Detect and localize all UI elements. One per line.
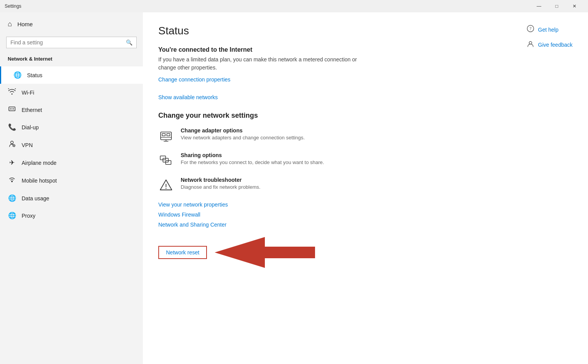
help-panel: ? Get help Give feedback [527,25,573,49]
content-area: ? Get help Give feedback Status You're c… [143,12,588,364]
search-box: 🔍 [6,37,137,48]
sidebar-item-label-hotspot: Mobile hotspot [22,178,57,184]
connection-status: You're connected to the Internet If you … [158,46,573,83]
maximize-button[interactable]: □ [548,0,566,12]
adapter-desc: View network adapters and change connect… [181,135,305,141]
connection-heading: You're connected to the Internet [158,46,573,53]
sidebar-item-proxy[interactable]: 🌐 Proxy [0,207,143,224]
show-networks-link[interactable]: Show available networks [158,94,218,100]
window-controls: — □ ✕ [530,0,583,12]
view-properties-link[interactable]: View your network properties [158,201,573,208]
settings-item-sharing[interactable]: Sharing options For the networks you con… [158,152,573,168]
give-feedback-label: Give feedback [538,42,573,48]
status-icon: 🌐 [13,71,22,79]
sidebar-item-label-status: Status [27,72,42,78]
sharing-desc: For the networks you connect to, decide … [181,159,324,165]
dialup-icon: 📞 [8,123,16,131]
titlebar: Settings — □ ✕ [0,0,588,12]
settings-item-adapter[interactable]: Change adapter options View network adap… [158,127,573,144]
sidebar-item-status[interactable]: 🌐 Status [0,66,143,84]
sidebar-item-ethernet[interactable]: Ethernet [0,101,143,119]
sharing-icon [158,153,174,168]
get-help-icon: ? [527,25,534,34]
network-settings-title: Change your network settings [158,112,573,120]
svg-point-8 [11,181,13,182]
links-section: View your network properties Windows Fir… [158,201,573,272]
give-feedback-link[interactable]: Give feedback [527,40,573,49]
svg-point-22 [166,188,166,189]
sidebar-item-dialup[interactable]: 📞 Dial-up [0,119,143,136]
svg-text:?: ? [529,26,531,31]
sidebar-item-label-ethernet: Ethernet [22,107,42,113]
troubleshooter-text: Network troubleshooter Diagnose and fix … [181,177,261,190]
ethernet-icon [8,106,16,114]
change-connection-link[interactable]: Change connection properties [158,76,230,83]
sidebar-item-label-proxy: Proxy [22,213,36,219]
sharing-title: Sharing options [181,152,324,158]
home-icon: ⌂ [8,20,12,28]
wifi-icon [8,88,16,97]
svg-rect-13 [162,134,165,136]
close-button[interactable]: ✕ [566,0,583,12]
sidebar-item-vpn[interactable]: VPN [0,136,143,154]
network-reset-box: Network reset [158,246,207,259]
give-feedback-icon [527,40,534,49]
sidebar-item-label-wifi: Wi-Fi [22,90,34,96]
datausage-icon: 🌐 [8,194,16,202]
settings-item-troubleshooter[interactable]: Network troubleshooter Diagnose and fix … [158,177,573,193]
show-networks-section: Show available networks [158,94,573,101]
troubleshooter-icon [158,178,174,193]
adapter-text: Change adapter options View network adap… [181,127,305,141]
sidebar: ⌂ Home 🔍 Network & Internet 🌐 Status [0,12,143,364]
search-icon: 🔍 [126,39,132,46]
sidebar-item-home[interactable]: ⌂ Home [0,15,143,33]
windows-firewall-link[interactable]: Windows Firewall [158,212,573,218]
adapter-title: Change adapter options [181,127,305,134]
svg-marker-23 [215,237,315,268]
svg-point-4 [11,141,14,144]
sidebar-item-wifi[interactable]: Wi-Fi [0,84,143,101]
troubleshooter-desc: Diagnose and fix network problems. [181,184,261,190]
sidebar-home-label: Home [17,21,33,27]
svg-rect-14 [167,134,170,136]
network-reset-link[interactable]: Network reset [166,249,199,256]
troubleshooter-title: Network troubleshooter [181,177,261,183]
network-reset-row: Network reset [158,233,573,272]
page-title: Status [158,25,573,37]
sidebar-item-label-vpn: VPN [22,142,33,148]
sidebar-section-title: Network & Internet [0,54,143,66]
app-body: ⌂ Home 🔍 Network & Internet 🌐 Status [0,12,588,364]
app-title: Settings [5,3,21,9]
sidebar-item-datausage[interactable]: 🌐 Data usage [0,190,143,207]
network-sharing-link[interactable]: Network and Sharing Center [158,222,573,228]
get-help-label: Get help [538,27,559,33]
sidebar-item-label-dialup: Dial-up [22,124,39,130]
sidebar-item-label-airplane: Airplane mode [22,160,56,166]
search-input[interactable] [10,39,123,46]
adapter-icon [158,128,174,144]
sidebar-item-airplane[interactable]: ✈ Airplane mode [0,154,143,171]
hotspot-icon [8,176,16,185]
vpn-icon [8,141,16,149]
sidebar-item-label-datausage: Data usage [22,195,49,201]
proxy-icon: 🌐 [8,212,16,220]
sharing-text: Sharing options For the networks you con… [181,152,324,165]
get-help-link[interactable]: ? Get help [527,25,573,34]
minimize-button[interactable]: — [530,0,548,12]
connection-desc: If you have a limited data plan, you can… [158,56,359,72]
sidebar-item-hotspot[interactable]: Mobile hotspot [0,171,143,190]
red-arrow-annotation [215,233,315,272]
airplane-icon: ✈ [8,159,16,167]
